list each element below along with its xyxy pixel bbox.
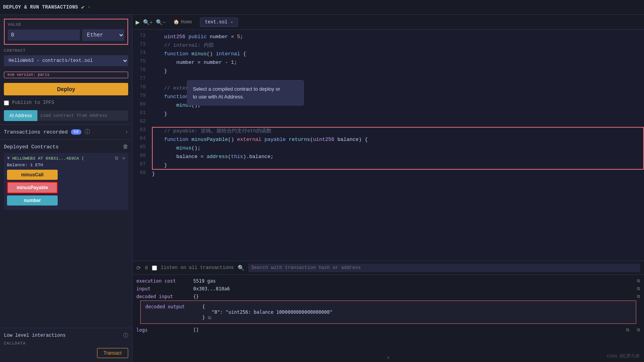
code-line: 83 // payable: 送钱, 能给合约支付eth的函数 bbox=[132, 127, 644, 135]
decoded-output-box: decoded output { "0": "uint256: balance … bbox=[140, 300, 636, 324]
low-level-section: Low level interactions ⓘ CALLDATA Transa… bbox=[0, 328, 132, 362]
tx-log-key-input: input bbox=[136, 286, 187, 292]
clear-button[interactable]: ⟳ bbox=[136, 265, 141, 271]
contract-select[interactable]: HelloWeb3 - contracts/text.sol bbox=[4, 55, 128, 66]
value-input[interactable] bbox=[8, 30, 80, 40]
search-input[interactable] bbox=[248, 264, 640, 272]
code-line: 88 } bbox=[132, 170, 644, 178]
copy-logs-icon-1[interactable]: ⧉ bbox=[626, 327, 629, 332]
publish-ipfs-row: Publish to IPFS bbox=[0, 98, 132, 107]
copy-execution-cost-icon[interactable]: ⧉ bbox=[637, 278, 640, 283]
decoded-output-content-open: { bbox=[202, 304, 631, 309]
tx-recorded-label: Transactions recorded bbox=[4, 129, 68, 135]
file-tab[interactable]: text.sol ✕ bbox=[200, 18, 238, 27]
tx-log: execution cost 5519 gas ⧉ input 0x303...… bbox=[132, 275, 644, 353]
code-editor: 72 uint256 public number = 5; 73 // inte… bbox=[132, 30, 644, 362]
tx-log-row: decoded input {} ⧉ bbox=[136, 293, 640, 300]
tx-arrow[interactable]: › bbox=[125, 129, 128, 135]
code-line: 76 } bbox=[132, 67, 644, 76]
copy-logs-icon-2[interactable]: ⧉ bbox=[637, 327, 640, 332]
code-line: 85 minus(); bbox=[132, 144, 644, 153]
file-tab-label: text.sol bbox=[205, 19, 228, 25]
trash-icon[interactable]: 🗑 bbox=[123, 144, 128, 150]
unit-select[interactable]: Wei Gwei Finney Ether bbox=[82, 29, 124, 41]
right-panel: ▶ 🔍+ 🔍− 🏠 Home text.sol ✕ 72 uint256 pub… bbox=[132, 15, 644, 362]
code-line: 75 number = number - 1; bbox=[132, 58, 644, 67]
low-level-header: Low level interactions ⓘ bbox=[4, 332, 128, 339]
low-level-info-icon[interactable]: ⓘ bbox=[123, 332, 128, 339]
contract-chevron-icon[interactable]: ▼ bbox=[7, 156, 10, 161]
copy-address-icon[interactable]: ⧉ bbox=[115, 156, 118, 161]
code-area[interactable]: 72 uint256 public number = 5; 73 // inte… bbox=[132, 30, 644, 261]
code-line: 72 uint256 public number = 5; bbox=[132, 33, 644, 41]
value-row: Wei Gwei Finney Ether bbox=[8, 29, 124, 41]
home-icon: 🏠 bbox=[173, 19, 179, 25]
at-address-button[interactable]: At Address bbox=[4, 110, 37, 121]
evm-badge: evm version: paris bbox=[4, 72, 128, 78]
decoded-output-content-close: } bbox=[202, 315, 205, 320]
editor-top-bar: ▶ 🔍+ 🔍− 🏠 Home text.sol ✕ bbox=[132, 15, 644, 30]
copy-decoded-output-icon[interactable]: ⧉ bbox=[208, 315, 211, 320]
code-line: 74 function minus() internal { bbox=[132, 50, 644, 58]
home-tab[interactable]: 🏠 Home bbox=[169, 18, 197, 26]
deployed-title: Deployed Contracts bbox=[4, 144, 58, 150]
contract-address: HELLOWEB3 AT 0XB31...4E9CA ( bbox=[12, 156, 111, 161]
value-section: VALUE Wei Gwei Finney Ether bbox=[4, 19, 128, 45]
contract-balance: Balance: 1 ETH bbox=[7, 161, 125, 170]
app-title: DEPLOY & RUN TRANSACTIONS bbox=[3, 5, 78, 10]
tx-recorded-row: Transactions recorded 56 ⓘ › bbox=[0, 124, 132, 139]
listen-checkbox[interactable] bbox=[152, 265, 157, 271]
tx-log-value-execution-cost: 5519 gas bbox=[193, 278, 629, 284]
tooltip: Select a compiled contract to deploy ort… bbox=[187, 80, 304, 105]
deployed-contracts-section: Deployed Contracts 🗑 ▼ HELLOWEB3 AT 0XB3… bbox=[0, 139, 132, 216]
listen-label: listen on all transactions bbox=[161, 265, 234, 271]
copy-input-icon[interactable]: ⧉ bbox=[637, 286, 640, 291]
tx-log-value-decoded-input: {} bbox=[193, 294, 629, 299]
file-tab-close-icon[interactable]: ✕ bbox=[231, 20, 233, 25]
bottom-expand-button[interactable]: › bbox=[384, 353, 392, 362]
at-address-row: At Address bbox=[4, 110, 128, 121]
low-level-title: Low level interactions bbox=[4, 333, 65, 338]
code-line: 82 bbox=[132, 118, 644, 127]
search-icon-button[interactable]: 🔍 bbox=[238, 265, 244, 271]
run-icon[interactable]: ▶ bbox=[136, 18, 140, 26]
close-contract-icon[interactable]: ✕ bbox=[122, 155, 125, 161]
bottom-panel: ⟳ 0 listen on all transactions 🔍 executi… bbox=[132, 261, 644, 362]
tx-count-badge: 56 bbox=[71, 129, 81, 135]
copy-decoded-input-icon[interactable]: ⧉ bbox=[637, 294, 640, 299]
tx-log-key-decoded-output: decoded output bbox=[145, 304, 196, 309]
tx-log-count: 0 bbox=[145, 265, 148, 271]
main-layout: VALUE Wei Gwei Finney Ether CONTRACT Hel… bbox=[0, 15, 644, 362]
transact-button[interactable]: Transact bbox=[97, 348, 128, 358]
method-minuspayable-button[interactable]: minusPayable bbox=[7, 182, 58, 193]
decoded-output-content-value: "0": "uint256: balance 10000000000000000… bbox=[202, 309, 631, 315]
calldata-label: CALLDATA bbox=[4, 341, 128, 346]
code-line: 81 } bbox=[132, 110, 644, 118]
zoom-in-button[interactable]: 🔍+ bbox=[143, 19, 153, 25]
tx-log-value-logs: [] bbox=[193, 327, 618, 333]
tx-log-key-execution-cost: execution cost bbox=[136, 278, 187, 284]
left-panel: VALUE Wei Gwei Finney Ether CONTRACT Hel… bbox=[0, 15, 132, 362]
top-bar: DEPLOY & RUN TRANSACTIONS ✔ › bbox=[0, 0, 644, 15]
zoom-out-button[interactable]: 🔍− bbox=[156, 19, 166, 25]
tx-log-row: execution cost 5519 gas ⧉ bbox=[136, 277, 640, 285]
contract-label: CONTRACT bbox=[4, 49, 128, 53]
bottom-toolbar: ⟳ 0 listen on all transactions 🔍 bbox=[132, 261, 644, 275]
contract-instance: ▼ HELLOWEB3 AT 0XB31...4E9CA ( ⧉ ✕ Balan… bbox=[4, 153, 128, 210]
tx-info-icon[interactable]: ⓘ bbox=[85, 128, 90, 135]
home-tab-label: Home bbox=[181, 19, 192, 25]
code-line: 73 // internal: 内部 bbox=[132, 41, 644, 50]
publish-ipfs-checkbox[interactable] bbox=[4, 100, 9, 105]
arrow-icon: › bbox=[88, 5, 90, 10]
tooltip-text: Select a compiled contract to deploy ort… bbox=[193, 86, 280, 100]
load-contract-input[interactable] bbox=[37, 111, 128, 121]
tx-log-row: logs [] ⧉ ⧉ bbox=[136, 326, 640, 334]
tx-log-key-decoded-input: decoded input bbox=[136, 294, 187, 299]
check-icon: ✔ bbox=[81, 4, 85, 11]
value-label: VALUE bbox=[8, 23, 124, 27]
tx-log-row: input 0x303...810a6 ⧉ bbox=[136, 285, 640, 293]
contract-instance-header: ▼ HELLOWEB3 AT 0XB31...4E9CA ( ⧉ ✕ bbox=[7, 155, 125, 161]
deploy-button[interactable]: Deploy bbox=[4, 83, 128, 95]
method-minuscall-button[interactable]: minusCall bbox=[7, 170, 58, 180]
method-number-button[interactable]: number bbox=[7, 195, 58, 206]
